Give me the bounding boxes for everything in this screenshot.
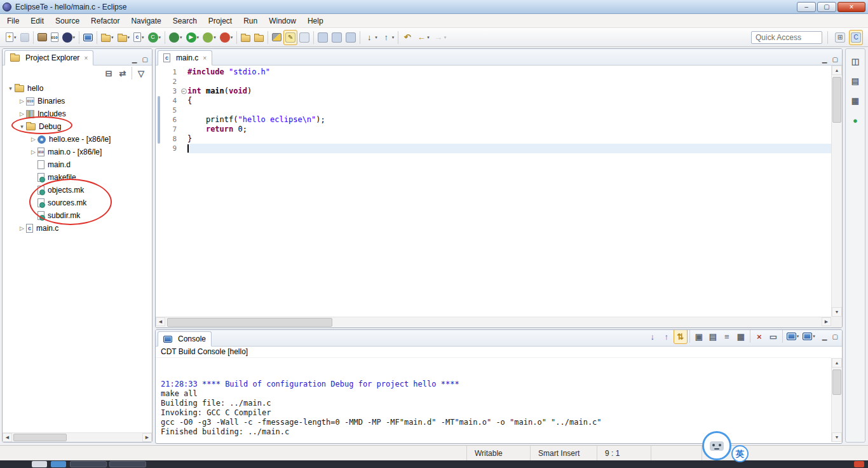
tree-item-main-o-x86-le[interactable]: ▷main.o - [x86/le] <box>3 146 152 158</box>
code-line-5[interactable]: 5 <box>156 106 831 115</box>
fold-minus-icon[interactable]: − <box>180 86 187 96</box>
search-text-icon[interactable] <box>344 30 358 45</box>
tree-item-includes[interactable]: ▷Includes <box>3 107 152 120</box>
prev-error-icon[interactable]: ↑ <box>660 329 674 344</box>
maximize-view-button[interactable]: ▢ <box>832 56 838 63</box>
tab-console[interactable]: Console <box>158 331 212 347</box>
coverage-icon[interactable]: ▾ <box>201 30 218 45</box>
code-line-6[interactable]: 6 printf("hello eclipse\n"); <box>156 115 831 125</box>
export-folder-icon[interactable] <box>252 30 266 45</box>
tab-main-c[interactable]: main.c × <box>158 50 212 65</box>
code-line-9[interactable]: 9 <box>156 144 831 153</box>
scroll-right-icon[interactable]: ▶ <box>822 317 831 326</box>
tree-item-hello-exe-x86-le[interactable]: ▷hello.exe - [x86/le] <box>3 133 152 146</box>
open-type-icon[interactable] <box>316 30 330 45</box>
taskbar-item-1[interactable] <box>32 461 47 467</box>
restore-views-icon[interactable]: ◫ <box>848 55 862 67</box>
open-console-icon[interactable]: ▾ <box>801 329 817 344</box>
maximize-view-button[interactable]: ▢ <box>832 333 838 340</box>
menu-project[interactable]: Project <box>203 15 238 27</box>
new-wizard-icon[interactable]: +▾ <box>4 30 18 45</box>
code-line-7[interactable]: 7 return 0; <box>156 125 831 134</box>
code-line-8[interactable]: 8} <box>156 134 831 144</box>
menu-help[interactable]: Help <box>302 15 329 27</box>
show-annotations-icon[interactable] <box>297 30 311 45</box>
minimize-view-button[interactable]: ▁ <box>822 333 827 340</box>
code-line-2[interactable]: 2 <box>156 77 831 86</box>
taskbar-item-3[interactable] <box>70 461 107 467</box>
copy-build-log-icon[interactable]: ▤ <box>706 329 720 344</box>
maximize-view-button[interactable]: ▢ <box>142 56 148 63</box>
close-view-icon[interactable]: × <box>84 55 88 62</box>
search-flashlight-icon[interactable] <box>270 30 283 45</box>
pin-console-icon[interactable]: ▣ <box>692 329 706 344</box>
menu-source[interactable]: Source <box>50 15 85 27</box>
menu-file[interactable]: File <box>1 15 25 27</box>
scroll-down-icon[interactable]: ▼ <box>832 432 842 442</box>
new-folder-icon[interactable]: ▾ <box>116 30 132 45</box>
remove-launch-icon[interactable]: × <box>752 329 766 344</box>
next-annotation-icon[interactable]: ↓▾ <box>362 30 379 45</box>
scroll-right-icon[interactable]: ▶ <box>142 433 152 442</box>
tree-collapsed-icon[interactable]: ▷ <box>29 149 37 155</box>
tree-item-debug[interactable]: ▾Debug <box>3 120 152 133</box>
mark-occurrences-icon[interactable]: ✎ <box>283 30 297 45</box>
view-menu-icon[interactable]: ▽ <box>134 65 148 81</box>
menu-window[interactable]: Window <box>263 15 302 27</box>
tree-item-makefile[interactable]: makefile <box>3 171 152 184</box>
console-vertical-scrollbar[interactable]: ▲ ▼ <box>831 358 842 442</box>
previous-annotation-icon[interactable]: ↑▾ <box>379 30 397 45</box>
menu-refactor[interactable]: Refactor <box>85 15 125 27</box>
scroll-left-icon[interactable]: ◀ <box>156 317 165 326</box>
tree-item-sources-mk[interactable]: sources.mk <box>3 196 152 209</box>
tree-expanded-icon[interactable]: ▾ <box>6 85 15 92</box>
back-icon[interactable]: ←▾ <box>414 30 431 45</box>
collapse-all-icon[interactable]: ⊟ <box>102 65 116 81</box>
tree-item-subdir-mk[interactable]: subdir.mk <box>3 209 152 222</box>
close-tab-icon[interactable]: × <box>203 55 207 62</box>
code-line-4[interactable]: 4{ <box>156 96 831 106</box>
window-maximize-button[interactable]: ▢ <box>817 2 836 12</box>
build-binary-icon[interactable]: 010 <box>49 30 60 45</box>
scroll-lock-icon[interactable]: ▦ <box>734 329 748 344</box>
tree-item-main-d[interactable]: main.d <box>3 158 152 171</box>
tree-item-objects-mk[interactable]: objects.mk <box>3 184 152 196</box>
window-close-button[interactable]: × <box>837 2 865 12</box>
open-perspective-icon[interactable]: ⊞ <box>833 30 847 45</box>
minimize-view-button[interactable]: ▁ <box>822 56 827 63</box>
tree-item-main-c[interactable]: ▷main.c <box>3 222 152 235</box>
tree-collapsed-icon[interactable]: ▷ <box>18 111 26 117</box>
new-c-file-icon[interactable]: c▾ <box>132 30 146 45</box>
link-with-editor-icon[interactable]: ⇄ <box>116 65 130 81</box>
last-edit-location-icon[interactable]: ↶ <box>400 30 414 45</box>
clear-console-icon[interactable]: ▭ <box>766 329 780 344</box>
tree-collapsed-icon[interactable]: ▷ <box>29 136 37 142</box>
connection-status-icon[interactable]: ● <box>848 114 862 126</box>
open-console-view-icon[interactable] <box>81 30 95 45</box>
tree-item-binaries[interactable]: ▷Binaries <box>3 95 152 107</box>
code-line-3[interactable]: 3−int main(void) <box>156 86 831 96</box>
menu-navigate[interactable]: Navigate <box>125 15 166 27</box>
scroll-left-icon[interactable]: ◀ <box>3 433 12 442</box>
build-all-icon[interactable] <box>36 30 49 45</box>
editor-content[interactable]: 1#include "stdio.h"23−int main(void)4{56… <box>156 65 831 317</box>
tree-collapsed-icon[interactable]: ▷ <box>18 98 26 104</box>
taskbar-item-4[interactable] <box>109 461 146 467</box>
console-output[interactable]: 21:28:33 **** Build of configuration Deb… <box>156 358 831 442</box>
tree-item-hello[interactable]: ▾hello <box>3 82 152 95</box>
scrollbar-thumb[interactable] <box>13 434 67 441</box>
ime-robot-icon[interactable] <box>702 431 731 460</box>
taskbar-item-5[interactable] <box>854 461 864 467</box>
editor-horizontal-scrollbar[interactable]: ◀ ▶ <box>156 317 831 327</box>
new-class-icon[interactable]: C▾ <box>146 30 163 45</box>
outline-view-icon[interactable]: ▤ <box>848 75 862 86</box>
tab-project-explorer[interactable]: Project Explorer × <box>4 50 93 65</box>
scroll-down-icon[interactable]: ▼ <box>832 307 842 317</box>
editor-vertical-scrollbar[interactable]: ▲ ▼ <box>831 65 842 317</box>
minimize-view-button[interactable]: ▁ <box>132 56 137 63</box>
open-resource-icon[interactable] <box>330 30 344 45</box>
taskbar-item-2[interactable] <box>51 461 66 467</box>
scrollbar-thumb[interactable] <box>832 77 841 123</box>
cpp-perspective-icon[interactable]: C <box>849 30 863 45</box>
make-targets-view-icon[interactable]: ▦ <box>848 95 862 106</box>
